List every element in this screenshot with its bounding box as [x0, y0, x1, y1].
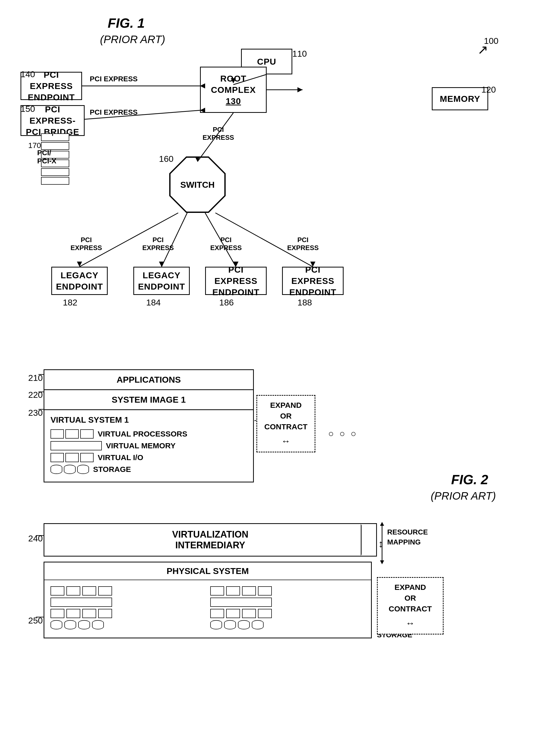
ref-110: 110 — [292, 49, 307, 59]
conn-pci-express-1: PCI EXPRESS — [90, 75, 138, 83]
svg-marker-16 — [159, 262, 164, 267]
ref-182: 182 — [63, 298, 77, 308]
ref-150: 150 — [21, 104, 35, 114]
virtual-processors-label: VIRTUAL PROCESSORS — [98, 430, 187, 438]
physical-left-col — [51, 586, 205, 631]
ref-170: 170 — [28, 141, 41, 150]
ref-240: 240 — [28, 533, 43, 543]
pci-ep2-box: PCI EXPRESSENDPOINT — [205, 267, 267, 295]
svg-marker-15 — [77, 262, 82, 267]
cpu-label: CPU — [257, 56, 276, 67]
page: FIG. 1 (PRIOR ART) 100 ↗ CPU 110 ROOTCOM… — [0, 0, 560, 753]
ref-188: 188 — [297, 298, 312, 308]
memory-label: MEMORY — [440, 93, 480, 104]
conn-pci-express-4: PCIEXPRESS — [71, 236, 102, 252]
conn-pci-express-3: PCIEXPRESS — [203, 126, 234, 142]
arrow-nw-icon: ↗ — [477, 42, 488, 57]
fig1-title: FIG. 1 — [108, 15, 145, 31]
ref-250: 250 — [28, 616, 43, 626]
svg-marker-26 — [380, 560, 384, 564]
svg-marker-11 — [297, 87, 303, 92]
conn-pci-express-5: PCIEXPRESS — [142, 236, 174, 252]
physical-system-title: PHYSICAL SYSTEM — [44, 562, 371, 580]
phys-row-r1 — [210, 586, 365, 596]
legacy2-box: LEGACYENDPOINT — [133, 267, 190, 295]
ref-160: 160 — [159, 154, 174, 164]
pci-ep3-label: PCI EXPRESSENDPOINT — [283, 264, 343, 298]
resource-mapping-arrow: ↕ — [378, 538, 383, 550]
pci-stack-label: PCI/PCI-X — [37, 149, 56, 165]
phys-row-3 — [51, 609, 205, 618]
expand-contract-box: EXPAND OR CONTRACT ↔ — [256, 395, 315, 452]
fig2-section: FIG. 2 (PRIOR ART) 210 220 230 APPLICATI… — [21, 369, 539, 741]
main-left-panel: APPLICATIONS SYSTEM IMAGE 1 VIRTUAL SYST… — [44, 369, 254, 482]
ref-140: 140 — [21, 69, 35, 79]
phys-row-r4 — [210, 620, 365, 629]
svg-marker-25 — [380, 522, 384, 526]
fig1-subtitle: (PRIOR ART) — [100, 33, 165, 46]
switch-container: SWITCH — [169, 156, 226, 213]
pci-ep3-box: PCI EXPRESSENDPOINT — [282, 267, 344, 295]
virtual-processors-row: VIRTUAL PROCESSORS — [51, 429, 247, 439]
phys-row-4 — [51, 620, 205, 629]
physical-right-col — [210, 586, 365, 631]
phys-row-r3 — [210, 609, 365, 618]
fig2-subtitle: (PRIOR ART) — [431, 490, 496, 502]
ref-186: 186 — [219, 298, 234, 308]
storage-row: STORAGE — [51, 465, 247, 474]
applications-row: APPLICATIONS — [44, 370, 253, 390]
storage-label: STORAGE — [93, 465, 131, 474]
virtual-memory-label: VIRTUAL MEMORY — [106, 441, 176, 450]
phys-row-2 — [51, 598, 205, 607]
ref-130-inline: 130 — [211, 95, 256, 107]
ref-230: 230 — [28, 408, 43, 418]
phys-row-1 — [51, 586, 205, 596]
conn-pci-express-7: PCIEXPRESS — [287, 236, 319, 252]
expand-contract-box-2: EXPAND OR CONTRACT ↔ — [377, 577, 444, 635]
virtual-system-label: VIRTUAL SYSTEM 1 — [51, 415, 247, 425]
root-complex-box: ROOTCOMPLEX 130 — [200, 67, 267, 113]
legacy1-box: LEGACYENDPOINT — [51, 267, 108, 295]
legacy1-label: LEGACYENDPOINT — [56, 270, 103, 292]
conn-pci-express-6: PCIEXPRESS — [210, 236, 242, 252]
conn-pci-express-2: PCI EXPRESS — [90, 108, 138, 116]
expand-arrow-2-icon: ↔ — [384, 617, 437, 630]
ref-184: 184 — [146, 298, 161, 308]
dots-label: ○ ○ ○ — [328, 428, 358, 439]
virt-intermediary-box: VIRTUALIZATION INTERMEDIARY — [44, 523, 377, 557]
fig1-section: FIG. 1 (PRIOR ART) 100 ↗ CPU 110 ROOTCOM… — [21, 15, 539, 354]
ref-220: 220 — [28, 390, 43, 400]
fig2-title: FIG. 2 — [451, 472, 488, 487]
switch-label: SWITCH — [180, 180, 215, 190]
system-image-row: SYSTEM IMAGE 1 — [44, 390, 253, 410]
virtual-memory-row: VIRTUAL MEMORY — [51, 441, 247, 450]
ref-120: 120 — [481, 85, 496, 95]
memory-box: MEMORY — [432, 87, 488, 110]
root-complex-label: ROOTCOMPLEX — [211, 73, 256, 95]
resource-mapping-label: RESOURCEMAPPING — [387, 527, 428, 547]
virt-intermediary-label: VIRTUALIZATION INTERMEDIARY — [172, 529, 248, 551]
virtual-system-container: VIRTUAL SYSTEM 1 VIRTUAL PROCESSORS VIRT… — [44, 410, 253, 482]
physical-grid — [44, 580, 371, 638]
pci-ep2-label: PCI EXPRESSENDPOINT — [206, 264, 266, 298]
ref-210: 210 — [28, 373, 43, 383]
legacy2-label: LEGACYENDPOINT — [138, 270, 185, 292]
virtual-io-label: VIRTUAL I/O — [98, 453, 143, 462]
physical-system-box: PHYSICAL SYSTEM — [44, 562, 372, 638]
expand-arrow-icon: ↔ — [263, 435, 308, 448]
virtual-io-row: VIRTUAL I/O — [51, 453, 247, 462]
phys-row-r2 — [210, 598, 365, 607]
